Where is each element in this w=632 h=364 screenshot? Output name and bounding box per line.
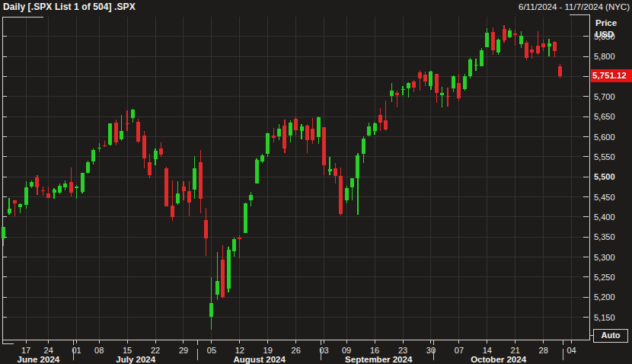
candle-down bbox=[114, 120, 118, 145]
candle-up bbox=[328, 157, 332, 175]
candle-up bbox=[468, 58, 472, 78]
price-tick-label: 5,500 bbox=[594, 172, 615, 181]
date-tick-label: 07 bbox=[455, 346, 464, 355]
candle-up bbox=[547, 39, 551, 56]
candle-up bbox=[373, 123, 377, 136]
date-tick-label: 14 bbox=[483, 346, 492, 355]
candle-up bbox=[463, 74, 467, 91]
candle-down bbox=[41, 187, 45, 196]
candle-up bbox=[485, 28, 489, 47]
candle-up bbox=[209, 277, 213, 330]
candle-up bbox=[86, 161, 90, 174]
candle-down bbox=[35, 175, 39, 195]
candle-up bbox=[120, 115, 123, 141]
price-tick-label: 5,150 bbox=[594, 313, 615, 322]
date-tick-label: 29 bbox=[179, 346, 188, 355]
candle-down bbox=[322, 127, 326, 175]
candle-down bbox=[136, 119, 140, 143]
candle-down bbox=[446, 88, 450, 107]
candle-down bbox=[412, 80, 416, 92]
candle-up bbox=[215, 252, 219, 300]
candle-down bbox=[491, 27, 495, 54]
candle-up bbox=[131, 109, 135, 123]
candle-down bbox=[69, 168, 73, 196]
date-tick-label: 30 bbox=[426, 346, 436, 355]
date-tick-label: 01 bbox=[72, 346, 81, 355]
candle-down bbox=[204, 208, 208, 256]
candle-up bbox=[255, 158, 259, 184]
candle-up bbox=[154, 148, 158, 165]
candle-down bbox=[238, 235, 241, 259]
candle-up bbox=[519, 31, 523, 48]
candle-down bbox=[334, 163, 337, 184]
candle-up bbox=[367, 123, 371, 136]
candle-up bbox=[474, 59, 478, 71]
date-tick-label: 08 bbox=[94, 346, 104, 355]
price-tick-label: 5,800 bbox=[594, 52, 615, 61]
candle-down bbox=[457, 74, 461, 101]
candle-down bbox=[305, 124, 309, 152]
date-tick-label: 15 bbox=[123, 346, 132, 355]
date-tick-label: 09 bbox=[342, 346, 351, 355]
candle-up bbox=[277, 124, 281, 141]
candle-down bbox=[46, 187, 50, 198]
price-axis-title: Price bbox=[595, 18, 617, 27]
candle-down bbox=[525, 40, 528, 60]
candle-up bbox=[452, 75, 455, 92]
candle-down bbox=[148, 154, 152, 178]
month-label: June 2024 bbox=[18, 355, 60, 364]
month-label: October 2024 bbox=[471, 355, 526, 364]
candle-down bbox=[418, 70, 422, 91]
price-tick-label: 5,450 bbox=[594, 193, 615, 202]
price-axis-currency: USD bbox=[595, 30, 614, 39]
candle-up bbox=[508, 28, 512, 38]
candle-up bbox=[300, 124, 304, 140]
candle-up bbox=[407, 82, 410, 97]
candle-up bbox=[260, 154, 264, 163]
date-axis-labels: 1724010815222905121926030916233007142128… bbox=[18, 346, 576, 364]
price-tick-label: 5,300 bbox=[594, 253, 615, 262]
candle-down bbox=[384, 101, 388, 131]
auto-scale-button[interactable]: Auto bbox=[593, 329, 628, 343]
candlestick-chart[interactable]: 5,1505,2005,2505,3005,3505,4005,4505,500… bbox=[0, 0, 632, 364]
candle-down bbox=[164, 167, 168, 206]
candle-up bbox=[58, 184, 62, 194]
candle-up bbox=[24, 181, 28, 209]
last-price-badge: 5,751.12 bbox=[591, 69, 632, 82]
candle-up bbox=[362, 136, 365, 162]
month-label: July 2024 bbox=[116, 355, 155, 364]
candle-down bbox=[541, 40, 545, 51]
date-tick-label: 26 bbox=[292, 346, 301, 355]
date-tick-label: 04 bbox=[567, 346, 576, 355]
candle-up bbox=[345, 186, 349, 203]
candle-up bbox=[18, 203, 22, 213]
candle-up bbox=[244, 203, 247, 233]
candle-down bbox=[159, 142, 163, 157]
last-price-value: 5,751.12 bbox=[592, 71, 627, 80]
date-tick-label: 03 bbox=[319, 346, 328, 355]
chart-date-range: 6/11/2024 - 11/7/2024 (NYC) bbox=[519, 2, 630, 11]
candle-down bbox=[126, 110, 129, 131]
auto-scale-label: Auto bbox=[601, 330, 620, 340]
candle-up bbox=[30, 180, 34, 188]
price-tick-label: 5,650 bbox=[594, 112, 615, 121]
date-tick-label: 22 bbox=[151, 346, 160, 355]
candle-up bbox=[480, 48, 484, 67]
candle-up bbox=[108, 123, 112, 145]
candle-up bbox=[317, 117, 321, 145]
month-label: September 2024 bbox=[345, 355, 413, 364]
candle-up bbox=[429, 71, 433, 90]
candle-up bbox=[289, 120, 292, 142]
candle-up bbox=[390, 83, 394, 102]
date-tick-label: 24 bbox=[44, 346, 53, 355]
date-tick-label: 21 bbox=[511, 346, 520, 355]
candle-up bbox=[496, 38, 500, 55]
candle-down bbox=[423, 72, 427, 86]
candle-down bbox=[553, 41, 557, 57]
candle-down bbox=[378, 108, 382, 131]
axis-frame bbox=[2, 14, 593, 360]
candle-down bbox=[182, 181, 186, 200]
candle-down bbox=[13, 200, 17, 216]
price-tick-label: 5,200 bbox=[594, 292, 615, 302]
candle-up bbox=[232, 238, 236, 257]
